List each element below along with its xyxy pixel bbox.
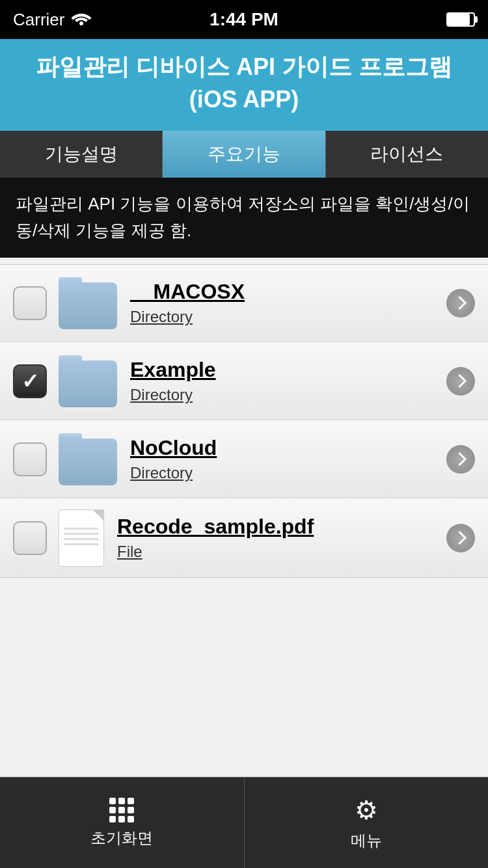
file-info-example: Example Directory — [130, 358, 446, 404]
bottom-tab-bar: 초기화면 ⚙ 메뉴 — [0, 777, 488, 868]
checkbox-example[interactable]: ✓ — [13, 364, 47, 398]
description-banner: 파일관리 API 기능을 이용하여 저장소의 파일을 확인/생성/이동/삭제 기… — [0, 178, 488, 258]
bottom-tab-menu-label: 메뉴 — [351, 830, 382, 851]
app-title: 파일관리 디바이스 API 가이드 프로그램(iOS APP) — [13, 51, 475, 116]
checkbox-recode[interactable] — [13, 521, 47, 555]
folder-icon — [59, 277, 117, 329]
bottom-tab-menu[interactable]: ⚙ 메뉴 — [245, 778, 489, 868]
file-type: Directory — [130, 464, 446, 482]
checkbox-nocloud[interactable] — [13, 442, 47, 476]
svg-point-0 — [79, 21, 83, 25]
gear-icon: ⚙ — [355, 795, 378, 825]
bottom-tab-home[interactable]: 초기화면 — [0, 778, 245, 868]
list-item[interactable]: Recode_sample.pdf File — [0, 498, 488, 578]
chevron-button[interactable] — [446, 445, 475, 474]
status-bar-left: Carrier — [13, 10, 92, 30]
app-header: 파일관리 디바이스 API 가이드 프로그램(iOS APP) — [0, 39, 488, 131]
list-item[interactable]: ✓ Example Directory — [0, 342, 488, 420]
list-item[interactable]: __MACOSX Directory — [0, 264, 488, 342]
file-type: Directory — [130, 308, 446, 326]
tab-bar: 기능설명 주요기능 라이선스 — [0, 131, 488, 178]
folder-icon — [59, 433, 117, 485]
carrier-label: Carrier — [13, 10, 64, 30]
tab-license[interactable]: 라이선스 — [326, 131, 488, 178]
folder-icon — [59, 355, 117, 407]
status-bar-time: 1:44 PM — [210, 9, 278, 30]
grid-icon — [109, 798, 134, 822]
checkmark-icon: ✓ — [21, 371, 39, 392]
checkbox-macosx[interactable] — [13, 286, 47, 320]
status-bar-right — [446, 12, 475, 27]
tab-features[interactable]: 기능설명 — [0, 131, 163, 178]
description-text: 파일관리 API 기능을 이용하여 저장소의 파일을 확인/생성/이동/삭제 기… — [16, 194, 470, 241]
wifi-icon — [71, 10, 92, 30]
chevron-button[interactable] — [446, 367, 475, 396]
status-bar: Carrier 1:44 PM — [0, 0, 488, 39]
file-info-nocloud: NoCloud Directory — [130, 436, 446, 482]
bottom-tab-home-label: 초기화면 — [90, 828, 153, 848]
tab-main[interactable]: 주요기능 — [163, 131, 325, 178]
file-type: File — [117, 543, 446, 561]
list-item[interactable]: NoCloud Directory — [0, 420, 488, 498]
file-list: __MACOSX Directory ✓ Example Directory N… — [0, 264, 488, 591]
file-name: Example — [130, 358, 446, 382]
list-spacer — [0, 578, 488, 591]
file-name: __MACOSX — [130, 280, 446, 304]
file-info-recode: Recode_sample.pdf File — [117, 515, 446, 561]
file-name: Recode_sample.pdf — [117, 515, 446, 539]
file-type: Directory — [130, 386, 446, 404]
file-name: NoCloud — [130, 436, 446, 460]
chevron-button[interactable] — [446, 524, 475, 552]
file-info-macosx: __MACOSX Directory — [130, 280, 446, 326]
file-doc-icon — [59, 509, 104, 567]
chevron-button[interactable] — [446, 289, 475, 318]
battery-icon — [446, 12, 475, 27]
